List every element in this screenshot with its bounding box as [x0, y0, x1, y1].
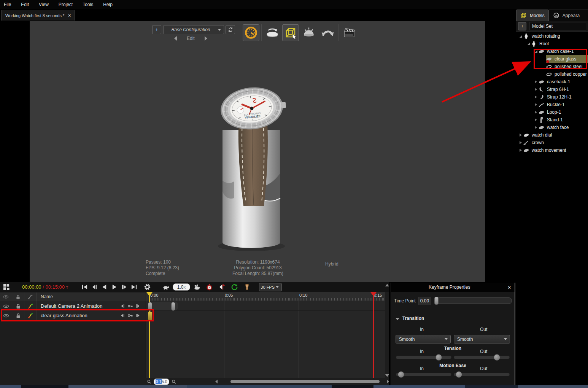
next-keyframe-icon[interactable] — [135, 313, 141, 318]
tension-out-handle[interactable] — [494, 354, 500, 361]
next-keyframe-icon[interactable] — [135, 303, 141, 309]
expander-collapsed-icon[interactable] — [520, 134, 522, 137]
zoom-in-magnifier-icon[interactable] — [172, 379, 176, 385]
keyframe[interactable] — [171, 302, 175, 311]
expander-collapsed-icon[interactable] — [520, 149, 522, 152]
keyframe-selected[interactable] — [148, 312, 152, 320]
tree-item-watch-case[interactable]: watch case-1 — [516, 48, 588, 55]
menu-edit[interactable]: Edit — [21, 2, 29, 7]
expander-expanded-icon[interactable] — [520, 35, 522, 38]
tree-item-loop[interactable]: Loop-1 — [516, 108, 588, 116]
step-forward-icon[interactable] — [121, 283, 128, 291]
render-viewport[interactable]: + Base Configuration Edit — [30, 21, 485, 282]
step-back-icon[interactable] — [91, 283, 98, 291]
refresh-configuration-button[interactable] — [226, 25, 235, 34]
lock-column-icon[interactable] — [12, 293, 24, 301]
timeline-zoom-time-input[interactable]: 0:15.0 — [154, 378, 169, 385]
tension-out-slider[interactable] — [454, 356, 510, 359]
environment-button[interactable] — [300, 24, 318, 41]
tab-close-icon[interactable]: × — [68, 13, 71, 18]
sweep-button[interactable] — [319, 24, 336, 41]
end-marker-handle[interactable] — [370, 292, 377, 296]
menu-file[interactable]: File — [4, 2, 11, 7]
play-reverse-icon[interactable] — [101, 283, 108, 291]
motion-ease-in-handle[interactable] — [398, 371, 404, 378]
tree-item-clear-glass[interactable]: clear glass — [516, 55, 588, 63]
rabbit-fast-icon[interactable] — [193, 283, 200, 291]
go-to-end-icon[interactable] — [130, 283, 138, 291]
expander-collapsed-icon[interactable] — [535, 95, 537, 99]
turtle-slow-icon[interactable] — [162, 283, 170, 291]
tree-item-watch-rotating[interactable]: watch rotating — [516, 32, 588, 40]
visibility-eye-icon[interactable] — [0, 301, 12, 311]
expander-collapsed-icon[interactable] — [535, 111, 537, 114]
playhead-handle[interactable] — [146, 292, 153, 296]
menu-project[interactable]: Project — [59, 2, 73, 7]
tree-item-watch-movement[interactable]: watch movement — [516, 146, 588, 154]
tab-models[interactable]: Models — [516, 10, 549, 21]
return-flag-icon[interactable] — [218, 283, 226, 291]
prev-keyframe-icon[interactable] — [119, 303, 125, 309]
timeline-tracks[interactable]: 0:00 0:05 0:10 0:15 — [146, 292, 385, 378]
expander-expanded-icon[interactable] — [535, 50, 537, 53]
loop-icon[interactable] — [231, 283, 238, 291]
tree-item-stand[interactable]: Stand-1 — [516, 116, 588, 124]
expander-collapsed-icon[interactable] — [535, 118, 537, 121]
tree-item-strap-6h[interactable]: Strap 6H-1 — [516, 86, 588, 93]
expander-collapsed-icon[interactable] — [535, 103, 537, 106]
geometry-view-button[interactable] — [282, 24, 299, 41]
turntable-button[interactable] — [264, 24, 281, 41]
tree-item-polished-copper[interactable]: polished copper — [516, 70, 588, 78]
tree-item-strap-12h[interactable]: Strap 12H-1 — [516, 93, 588, 101]
play-icon[interactable] — [111, 283, 118, 291]
tracks-scroll-down-icon[interactable] — [385, 374, 389, 377]
menu-help[interactable]: Help — [103, 2, 113, 7]
add-keyframe-key-icon[interactable] — [127, 303, 133, 309]
tracks-scroll-up-icon[interactable] — [385, 284, 389, 286]
stopwatch-icon[interactable] — [206, 283, 213, 291]
scroll-right-icon[interactable] — [387, 380, 389, 383]
visibility-eye-icon[interactable] — [0, 311, 12, 320]
layout-grid-icon[interactable] — [3, 283, 10, 291]
expander-collapsed-icon[interactable] — [535, 126, 537, 129]
prev-keyframe-icon[interactable] — [119, 313, 125, 318]
collapse-transition-icon[interactable] — [396, 318, 399, 320]
add-configuration-button[interactable]: + — [152, 25, 161, 34]
motion-ease-out-slider[interactable] — [454, 373, 510, 376]
time-point-input[interactable]: 0.00 — [418, 297, 431, 305]
visibility-column-icon[interactable] — [0, 293, 12, 301]
time-point-slider-handle[interactable] — [434, 297, 439, 305]
tree-item-crown[interactable]: crown — [516, 139, 588, 146]
menu-view[interactable]: View — [39, 2, 49, 7]
next-configuration-icon[interactable] — [205, 36, 207, 41]
scroll-left-icon[interactable] — [215, 380, 218, 383]
edit-configuration-label[interactable]: Edit — [187, 36, 195, 41]
lock-icon[interactable] — [12, 301, 24, 311]
filter-funnel-icon[interactable] — [243, 283, 251, 291]
tree-item-root[interactable]: Root — [516, 40, 588, 48]
playback-speed-input[interactable]: 1.0x — [173, 283, 190, 291]
time-point-slider[interactable] — [434, 297, 512, 304]
fps-dropdown[interactable]: 30 FPS — [259, 283, 282, 291]
document-tab[interactable]: Working Watch first 8 seconds * × — [1, 10, 75, 21]
timeline-row-camera-animation[interactable]: Default Camera 2 Animation — [0, 301, 146, 311]
curves-column-icon[interactable] — [24, 293, 37, 301]
expander-collapsed-icon[interactable] — [520, 141, 522, 144]
expander-collapsed-icon[interactable] — [535, 88, 537, 91]
tension-in-slider[interactable] — [396, 356, 451, 359]
menu-tools[interactable]: Tools — [83, 2, 93, 7]
performance-mode-button[interactable] — [243, 24, 259, 41]
tree-item-caseback[interactable]: caseback-1 — [516, 78, 588, 86]
transition-out-dropdown[interactable]: Smooth — [454, 335, 510, 343]
motion-ease-in-slider[interactable] — [396, 373, 451, 376]
tension-in-handle[interactable] — [435, 354, 442, 361]
tree-item-watch-dial[interactable]: watch dial — [516, 131, 588, 139]
timeline-row-clear-glass-animation[interactable]: clear glass Animation — [0, 311, 146, 321]
tree-item-watch-face[interactable]: watch face — [516, 124, 588, 131]
tree-item-polished-steel[interactable]: polished steel — [516, 63, 588, 70]
animation-curve-icon[interactable] — [24, 311, 37, 320]
timeline-settings-gear-icon[interactable] — [144, 283, 151, 291]
lock-icon[interactable] — [12, 311, 24, 320]
prev-configuration-icon[interactable] — [174, 36, 177, 41]
expander-collapsed-icon[interactable] — [535, 80, 537, 83]
